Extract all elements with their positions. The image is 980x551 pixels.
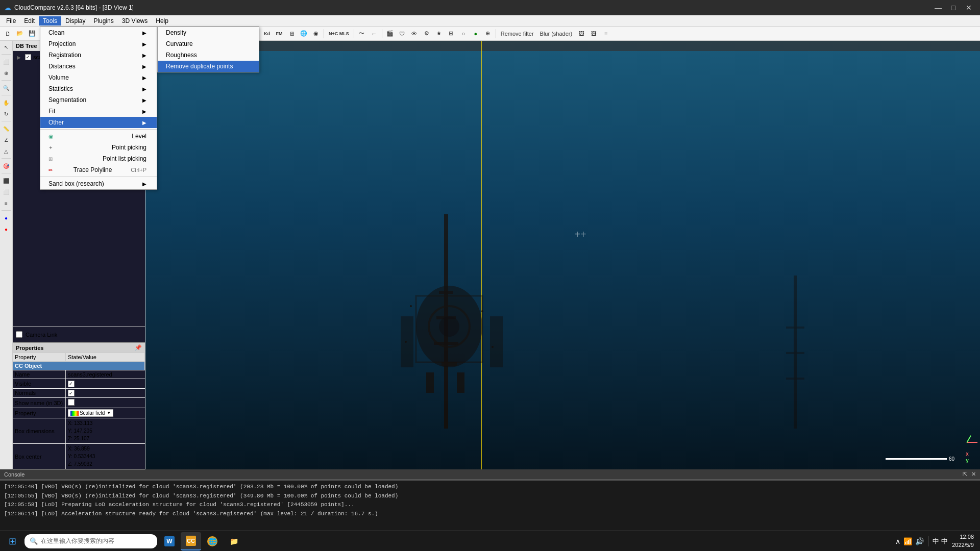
tool-box2[interactable]: ⬜ — [1, 187, 11, 197]
tb-new[interactable]: 🗋 — [2, 28, 13, 39]
3d-viewport[interactable]: 3D View 1 — [145, 41, 980, 469]
tool-area[interactable]: △ — [1, 146, 11, 156]
level-label: Level — [132, 133, 146, 140]
tb-screen[interactable]: 🖥 — [286, 28, 297, 39]
input-method-indicator[interactable]: 中 — [941, 537, 948, 546]
visible-checkbox[interactable] — [68, 381, 75, 387]
menu-other[interactable]: Other ▶ — [40, 117, 157, 128]
explorer-icon: 📁 — [229, 536, 239, 546]
menu-help[interactable]: Help — [152, 16, 173, 26]
search-bar[interactable]: 🔍 在这里输入你要搜索的内容 — [24, 534, 157, 548]
tb-extra2[interactable]: ≡ — [600, 28, 611, 39]
tray-volume[interactable]: 🔊 — [915, 537, 924, 545]
tree-checkbox[interactable] — [25, 54, 31, 60]
menu-plugins[interactable]: Plugins — [89, 16, 117, 26]
remove-duplicate-label: Remove duplicate points — [166, 63, 233, 70]
volume-label: Volume — [48, 74, 69, 81]
scalar-field-dropdown-arrow[interactable]: ▼ — [107, 411, 111, 415]
remove-filter-button[interactable]: Remove filter — [498, 28, 536, 39]
menu-projection[interactable]: Projection ▶ — [40, 38, 157, 49]
tool-rotate3d[interactable]: ↻ — [1, 109, 11, 119]
tb-wave[interactable]: 〜 — [356, 28, 368, 39]
console-close-icon[interactable]: ✕ — [971, 471, 976, 478]
lang-indicator[interactable]: 中 — [933, 537, 939, 546]
tb-NC-MLS[interactable]: N+C MLS — [326, 28, 352, 39]
tb-FM[interactable]: FM — [274, 28, 285, 39]
tb-extra[interactable]: ⊕ — [482, 28, 494, 39]
taskbar-app-word[interactable]: W — [159, 532, 180, 550]
menu-distances[interactable]: Distances ▶ — [40, 61, 157, 72]
taskbar-app-explorer[interactable]: 📁 — [224, 532, 244, 550]
menu-statistics[interactable]: Statistics ▶ — [40, 83, 157, 94]
menu-point-list-picking[interactable]: ⊞ Point list picking — [40, 153, 157, 164]
menu-curvature[interactable]: Curvature — [158, 38, 259, 49]
tb-globe[interactable]: 🌐 — [298, 28, 309, 39]
tool-angle[interactable]: ∠ — [1, 135, 11, 145]
tb-save[interactable]: 💾 — [27, 28, 38, 39]
menu-sandbox[interactable]: Sand box (research) ▶ — [40, 178, 157, 189]
blur-shader-button[interactable]: Blur (shader) — [537, 28, 575, 39]
taskbar-clock[interactable]: 12:08 2022/5/9 — [952, 533, 974, 549]
taskbar-app-cc[interactable]: CC — [181, 532, 201, 550]
tb-eye[interactable]: 👁 — [409, 28, 420, 39]
tb-img1[interactable]: 🖼 — [576, 28, 587, 39]
menu-level[interactable]: ◉ Level — [40, 131, 157, 142]
menu-registration[interactable]: Registration ▶ — [40, 49, 157, 61]
tb-green[interactable]: ● — [470, 28, 481, 39]
menu-display[interactable]: Display — [61, 16, 89, 26]
tool-arrow[interactable]: ↖ — [1, 42, 11, 52]
tb-back[interactable]: ← — [369, 28, 380, 39]
normals-checkbox[interactable] — [68, 390, 75, 396]
tool-lasso[interactable]: ⊕ — [1, 68, 11, 78]
scalar-field-button[interactable]: Scalar field ▼ — [68, 409, 113, 417]
roughness-label: Roughness — [166, 52, 197, 59]
tool-box1[interactable]: ⬛ — [1, 176, 11, 186]
menu-clean[interactable]: Clean ▶ — [40, 27, 157, 38]
tool-pan[interactable]: ✋ — [1, 97, 11, 108]
tool-zoom[interactable]: 🔍 — [1, 83, 11, 93]
menu-segmentation[interactable]: Segmentation ▶ — [40, 94, 157, 106]
minimize-button[interactable]: — — [931, 3, 945, 13]
tb-sphere[interactable]: ◉ — [310, 28, 322, 39]
tb-shield[interactable]: 🛡 — [397, 28, 408, 39]
fit-label: Fit — [48, 108, 55, 115]
tool-pick[interactable]: 🎯 — [1, 161, 11, 171]
menu-point-picking[interactable]: ✦ Point picking — [40, 142, 157, 153]
menu-density[interactable]: Density — [158, 27, 259, 38]
tb-star[interactable]: ★ — [433, 28, 445, 39]
start-button[interactable]: ⊞ — [0, 531, 24, 552]
tool-color1[interactable]: ● — [1, 213, 11, 223]
tray-network[interactable]: 📶 — [903, 537, 912, 545]
close-button[interactable]: ✕ — [962, 3, 976, 13]
taskbar-app-browser[interactable]: 🌐 — [202, 532, 223, 550]
tray-chevron[interactable]: ∧ — [895, 537, 900, 545]
tb-grid[interactable]: ⊞ — [446, 28, 457, 39]
menu-edit[interactable]: Edit — [20, 16, 39, 26]
menu-volume[interactable]: Volume ▶ — [40, 72, 157, 83]
console-expand-icon[interactable]: ⇱ — [963, 471, 967, 478]
tree-expand-icon[interactable]: ▶ — [17, 55, 23, 60]
showname-checkbox[interactable] — [68, 399, 75, 406]
menu-3dviews[interactable]: 3D Views — [118, 16, 152, 26]
maximize-button[interactable]: □ — [946, 3, 961, 13]
tb-kd[interactable]: Kd — [261, 28, 273, 39]
prop-row-colors: Property Scalar field ▼ — [13, 408, 145, 418]
tb-circle[interactable]: ○ — [458, 28, 469, 39]
menu-tools[interactable]: Tools — [39, 16, 61, 26]
tool-color2[interactable]: ● — [1, 224, 11, 234]
tb-img2[interactable]: 🖼 — [588, 28, 599, 39]
menu-remove-duplicate-points[interactable]: Remove duplicate points — [158, 61, 259, 72]
properties-pin-icon[interactable]: 📌 — [135, 344, 142, 351]
tool-layers[interactable]: ≡ — [1, 198, 11, 208]
menu-roughness[interactable]: Roughness — [158, 49, 259, 61]
tb-open[interactable]: 📂 — [14, 28, 26, 39]
tb-settings[interactable]: ⚙ — [421, 28, 432, 39]
menu-fit[interactable]: Fit ▶ — [40, 106, 157, 117]
camera-link-checkbox[interactable] — [16, 331, 22, 338]
menu-trace-polyline[interactable]: ✏ Trace Polyline Ctrl+P — [40, 164, 157, 176]
tb-film[interactable]: 🎬 — [384, 28, 396, 39]
tool-select[interactable]: ⬜ — [1, 57, 11, 67]
tool-measure[interactable]: 📏 — [1, 123, 11, 134]
menu-file[interactable]: File — [2, 16, 20, 26]
trace-polyline-label: Trace Polyline — [74, 166, 112, 173]
